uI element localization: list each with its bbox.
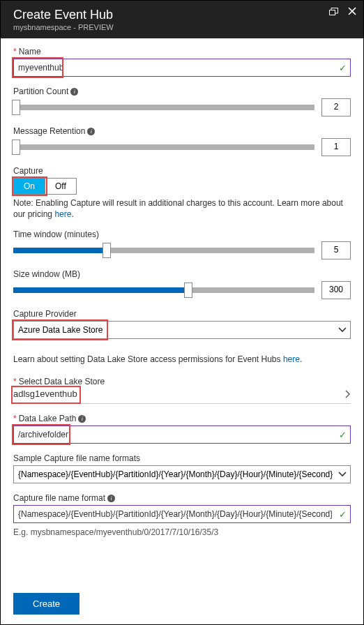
- capture-provider-field: Capture Provider Azure Data Lake Store: [13, 309, 351, 339]
- capture-format-field: Capture file name formati ✓ E.g. mysbnam…: [13, 493, 351, 537]
- partition-count-value: 2: [321, 98, 351, 116]
- capture-provider-label: Capture Provider: [13, 309, 77, 319]
- time-window-value: 5: [321, 241, 351, 259]
- message-retention-slider[interactable]: [13, 140, 314, 154]
- capture-note: Note: Enabling Capture will result in ad…: [13, 197, 351, 220]
- size-window-label: Size window (MB): [13, 269, 80, 279]
- panel-body: *Name ✓ Partition Counti 2 Message Reten…: [1, 38, 363, 624]
- close-icon[interactable]: [348, 6, 356, 17]
- name-field: *Name ✓: [13, 47, 351, 77]
- create-event-hub-panel: Create Event Hub mysbnamespace - PREVIEW…: [0, 0, 364, 625]
- data-lake-path-label: Data Lake Path: [19, 414, 77, 423]
- create-button[interactable]: Create: [13, 593, 79, 615]
- capture-on-button[interactable]: On: [14, 179, 45, 194]
- capture-toggle: On Off: [13, 178, 77, 195]
- capture-field: Capture On Off Note: Enabling Capture wi…: [13, 166, 351, 220]
- restore-icon[interactable]: [329, 6, 338, 17]
- select-adls-picker[interactable]: adlsg1eventhub: [13, 389, 351, 404]
- panel-header: Create Event Hub mysbnamespace - PREVIEW: [1, 1, 363, 38]
- data-lake-path-input[interactable]: [13, 426, 351, 444]
- partition-count-slider[interactable]: [13, 100, 314, 114]
- capture-off-button[interactable]: Off: [45, 179, 76, 194]
- size-window-slider[interactable]: [13, 283, 314, 297]
- example-text: E.g. mysbnamespace/myeventhub/0/2017/7/1…: [13, 527, 351, 537]
- message-retention-field: Message Retentioni 1: [13, 126, 351, 156]
- capture-label: Capture: [13, 166, 43, 176]
- size-window-field: Size window (MB) 300: [13, 269, 351, 299]
- capture-format-label: Capture file name format: [13, 493, 105, 503]
- panel-title: Create Event Hub: [13, 8, 354, 22]
- panel-subtitle: mysbnamespace - PREVIEW: [13, 23, 354, 31]
- info-icon[interactable]: i: [87, 128, 95, 135]
- time-window-label: Time window (minutes): [13, 229, 99, 239]
- adls-learn-text: Learn about setting Data Lake Store acce…: [13, 354, 351, 364]
- sample-formats-field: Sample Capture file name formats {Namesp…: [13, 453, 351, 483]
- size-window-value: 300: [321, 281, 351, 299]
- message-retention-value: 1: [321, 138, 351, 156]
- name-input[interactable]: [13, 59, 351, 77]
- time-window-field: Time window (minutes) 5: [13, 229, 351, 259]
- info-icon[interactable]: i: [107, 495, 115, 502]
- info-icon[interactable]: i: [78, 415, 86, 423]
- time-window-slider[interactable]: [13, 243, 314, 257]
- adls-permissions-link[interactable]: here: [283, 354, 300, 364]
- pricing-link[interactable]: here: [54, 209, 71, 219]
- partition-count-label: Partition Count: [13, 86, 68, 96]
- svg-rect-0: [330, 10, 335, 15]
- info-icon[interactable]: i: [70, 88, 78, 96]
- header-controls: [329, 6, 356, 17]
- data-lake-path-field: *Data Lake Pathi ✓: [13, 414, 351, 444]
- sample-formats-select[interactable]: {Namespace}/{EventHub}/{PartitionId}/{Ye…: [13, 465, 351, 483]
- name-label: Name: [19, 47, 41, 57]
- sample-formats-label: Sample Capture file name formats: [13, 453, 140, 463]
- select-adls-field: *Select Data Lake Store adlsg1eventhub: [13, 377, 351, 404]
- chevron-right-icon: [345, 390, 351, 398]
- message-retention-label: Message Retention: [13, 126, 85, 136]
- partition-count-field: Partition Counti 2: [13, 86, 351, 116]
- select-adls-label: Select Data Lake Store: [19, 377, 105, 386]
- capture-format-input[interactable]: [13, 505, 351, 523]
- capture-provider-select[interactable]: Azure Data Lake Store: [13, 321, 351, 339]
